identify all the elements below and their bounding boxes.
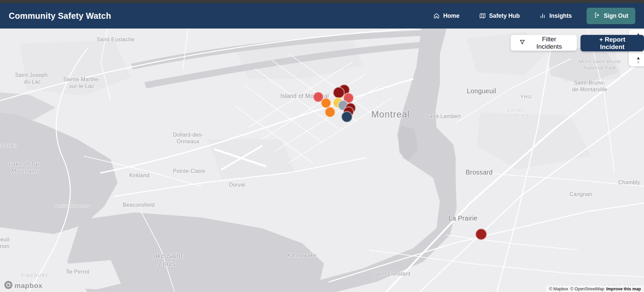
map-attribution: © Mapbox © OpenStreetMap Improve this ma… [546, 286, 644, 292]
map-label: Chambly [618, 179, 640, 186]
map-label: Pointe-Claire [173, 168, 205, 175]
map-label: Île Perrot [66, 269, 89, 275]
incident-marker[interactable] [475, 229, 487, 240]
map-label: PINCOURT [21, 273, 49, 278]
filter-incidents-button[interactable]: Filter Incidents [511, 35, 577, 51]
basemap [0, 29, 644, 292]
incident-marker[interactable] [321, 98, 331, 108]
map-label: McGill University [54, 203, 90, 209]
mapbox-logo-icon [4, 281, 13, 291]
app-header: Community Safety Watch HomeSafety HubIns… [0, 3, 644, 29]
map-label: Saint-Bruno-de-Montarville [572, 80, 607, 93]
map-label: Lake of TwoMountains [9, 161, 41, 175]
logout-icon [594, 12, 600, 20]
map-label: Carignan [569, 191, 592, 198]
map-label: Longueuil [467, 87, 496, 95]
map-label: Kirkland [129, 172, 149, 179]
map-toolbar: Filter Incidents + Report Incident [511, 35, 644, 51]
nav-item-label: Safety Hub [489, 12, 520, 19]
map-label: Dollard-des-Ormeaux [173, 132, 203, 145]
app-window: Community Safety Watch HomeSafety HubIns… [0, 0, 644, 292]
filter-incidents-label: Filter Incidents [530, 36, 568, 50]
nav-item-label: Home [443, 12, 460, 19]
map-label: Montreal [371, 109, 410, 120]
map-label: Brossard [466, 168, 493, 177]
sign-out-button[interactable]: Sign Out [587, 8, 635, 24]
map-label: La Prairie [449, 214, 477, 223]
window-chrome-strip [0, 0, 644, 3]
incident-marker[interactable] [341, 111, 353, 123]
incident-map[interactable]: Saint-EustacheSaint-Joseph-du-LacSainte-… [0, 29, 644, 292]
map-icon [479, 12, 486, 19]
map-label: Sainte-Marthe-sur-le-Lac [63, 76, 100, 89]
app-title: Community Safety Watch [9, 11, 111, 21]
incident-marker[interactable] [325, 107, 335, 117]
nav-item-label: Insights [549, 12, 572, 19]
map-label: YHU [520, 94, 532, 100]
triangle-up-icon: ▲ [636, 56, 641, 60]
map-label: Beaconsfield [123, 202, 154, 208]
home-icon [433, 12, 440, 19]
filter-icon [519, 39, 525, 47]
bar-chart-icon [539, 12, 546, 19]
map-label: Saint-Lambert [426, 113, 461, 120]
mapbox-wordmark: mapbox [14, 282, 43, 290]
map-label: Dorval [229, 182, 245, 188]
triangle-down-icon: ▼ [636, 60, 640, 64]
incident-marker[interactable] [333, 87, 344, 98]
map-label: Saint-Joseph-du-Lac [15, 72, 50, 85]
map-label: nal d’Oka [0, 143, 17, 149]
map-label: Saint-Constant [373, 271, 410, 277]
main-nav: HomeSafety HubInsights [433, 12, 572, 19]
sign-out-label: Sign Out [604, 12, 628, 19]
map-label: Saint-Eustache [97, 36, 135, 43]
nav-item-insights[interactable]: Insights [539, 12, 572, 19]
map-label: Kahnawake [287, 252, 316, 259]
mapbox-attribution-link[interactable]: © Mapbox [549, 287, 568, 291]
map-label: SAINT-HUBERT [505, 108, 530, 118]
nav-item-safety-hub[interactable]: Safety Hub [479, 12, 520, 19]
report-incident-button[interactable]: + Report Incident [581, 35, 644, 51]
mapbox-logo[interactable]: mapbox [4, 281, 43, 291]
osm-attribution-link[interactable]: © OpenStreetMap [570, 287, 604, 291]
map-label: Lake Saint-Louis [150, 252, 185, 268]
map-label: Mont-Saint-BrunoNational Park [579, 58, 621, 71]
map-label: reuil-rion [0, 236, 11, 249]
pitch-toggle-button[interactable]: ▲ ▼ [629, 53, 644, 66]
improve-map-link[interactable]: Improve this map [606, 287, 641, 291]
nav-item-home[interactable]: Home [433, 12, 460, 19]
